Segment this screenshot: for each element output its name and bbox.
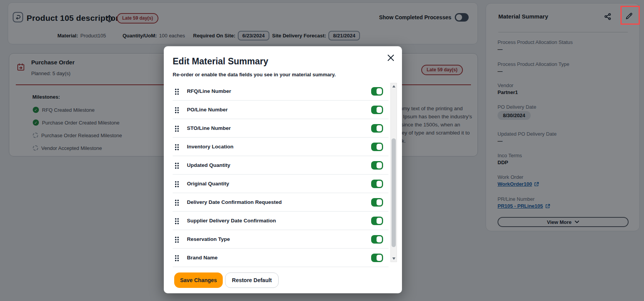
field-toggle-row: Updated Quantity (173, 156, 388, 175)
field-toggle-row: RFQ/Line Number (173, 82, 388, 101)
field-toggle-on[interactable] (371, 87, 383, 96)
field-toggle-row: Original Quantity (173, 175, 388, 193)
toggle-knob (377, 181, 382, 187)
row-label: Supplier Delivery Date Confirmation (187, 218, 276, 224)
modal-subtitle: Re-order or enable the data fields you s… (173, 72, 336, 77)
field-toggle-on[interactable] (371, 161, 383, 170)
drag-handle-icon[interactable] (174, 199, 179, 206)
field-toggle-row: STO/Line Number (173, 119, 388, 138)
field-toggle-on[interactable] (371, 106, 383, 114)
drag-handle-icon[interactable] (174, 88, 179, 95)
toggle-knob (377, 107, 382, 113)
edit-material-summary-modal: Edit Material Summary Re-order or enable… (164, 46, 402, 293)
row-label: Brand Name (187, 255, 218, 261)
drag-handle-icon[interactable] (174, 106, 179, 113)
save-changes-button[interactable]: Save Changes (174, 272, 223, 288)
drag-handle-icon[interactable] (174, 162, 179, 169)
toggle-knob (377, 255, 382, 261)
toggle-knob (377, 236, 382, 242)
scrollbar-down-icon[interactable] (392, 257, 395, 260)
field-toggle-on[interactable] (371, 180, 383, 188)
modal-title: Edit Material Summary (173, 56, 268, 67)
close-button[interactable] (385, 52, 396, 63)
field-toggle-on[interactable] (371, 254, 383, 262)
row-label: Inventory Location (187, 144, 234, 150)
annotation-highlight-box (620, 6, 640, 25)
field-toggle-row: Brand Name (173, 249, 388, 267)
field-toggle-row: PO/Line Number (173, 101, 388, 119)
drag-handle-icon[interactable] (174, 125, 179, 132)
toggle-knob (377, 162, 382, 168)
field-toggle-on[interactable] (371, 143, 383, 151)
close-icon (387, 54, 395, 62)
field-toggle-row: Inventory Location (173, 138, 388, 156)
toggle-knob (377, 88, 382, 94)
row-label: Updated Quantity (187, 162, 230, 168)
restore-default-button[interactable]: Restore Default (225, 272, 279, 288)
row-label: Original Quantity (187, 181, 229, 187)
field-toggle-on[interactable] (371, 124, 383, 133)
row-label: Delivery Date Confirmation Requested (187, 199, 282, 205)
row-label: STO/Line Number (187, 125, 231, 131)
scrollbar-up-icon[interactable] (392, 85, 395, 87)
row-label: PO/Line Number (187, 107, 228, 113)
field-toggle-on[interactable] (371, 235, 383, 244)
row-label: RFQ/Line Number (187, 88, 231, 94)
drag-handle-icon[interactable] (174, 180, 179, 187)
row-label: Reservation Type (187, 236, 230, 242)
toggle-knob (377, 199, 382, 205)
modal-scrollbar[interactable] (390, 83, 397, 262)
field-toggle-on[interactable] (371, 217, 383, 225)
scrollbar-thumb[interactable] (392, 138, 396, 247)
toggle-knob (377, 144, 382, 150)
drag-handle-icon[interactable] (174, 254, 179, 261)
drag-handle-icon[interactable] (174, 236, 179, 243)
field-toggle-row: Supplier Delivery Date Confirmation (173, 212, 388, 230)
toggle-knob (377, 125, 382, 131)
field-toggle-row: Reservation Type (173, 230, 388, 249)
field-toggle-on[interactable] (371, 198, 383, 207)
toggle-knob (377, 218, 382, 224)
drag-handle-icon[interactable] (174, 143, 179, 150)
drag-handle-icon[interactable] (174, 217, 179, 224)
field-toggle-row: Delivery Date Confirmation Requested (173, 193, 388, 212)
